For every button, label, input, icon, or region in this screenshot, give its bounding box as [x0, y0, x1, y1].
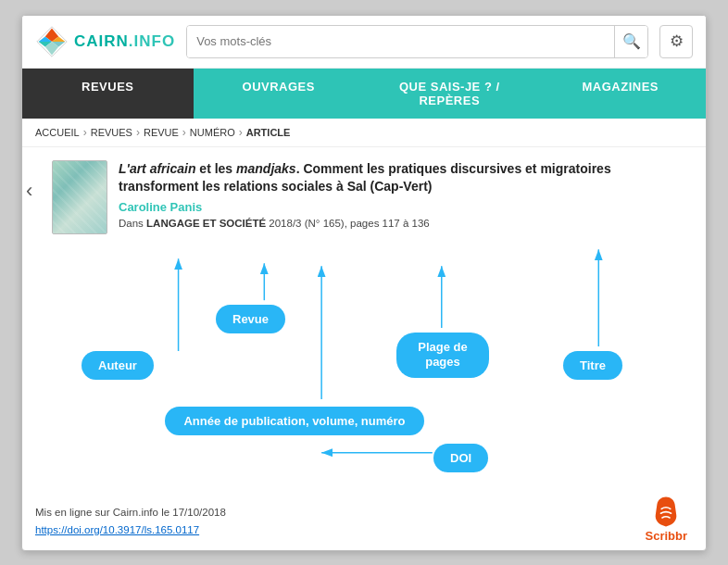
article-header: ‹ L'art africain et les mandjaks. Commen… — [35, 160, 693, 234]
breadcrumb-revue[interactable]: Revue — [144, 127, 179, 138]
breadcrumb-sep3: › — [182, 126, 186, 139]
breadcrumb-sep2: › — [136, 126, 140, 139]
journal-name[interactable]: Langage et Société — [146, 218, 266, 229]
nav-magazines[interactable]: Magazines — [535, 69, 707, 119]
breadcrumb-sep1: › — [83, 126, 87, 139]
annotation-titre[interactable]: Titre — [563, 351, 622, 380]
breadcrumb-revues[interactable]: Revues — [91, 127, 132, 138]
annotation-doi[interactable]: DOI — [433, 444, 488, 472]
search-input[interactable] — [187, 26, 614, 57]
search-bar: 🔍 — [186, 25, 648, 58]
logo-main: CAIRN — [74, 32, 129, 50]
logo-sub: .INFO — [129, 32, 175, 50]
annotation-plage[interactable]: Plage de pages — [396, 333, 489, 379]
year-volume: 2018/3 (N° 165) — [269, 218, 344, 229]
header: CAIRN.INFO 🔍 ⚙ — [22, 16, 706, 69]
breadcrumb-article: Article — [246, 127, 291, 138]
scribbr-logo: Scribbr — [645, 496, 687, 543]
logo-text: CAIRN.INFO — [74, 32, 175, 51]
article-source: Dans Langage et Société 2018/3 (N° 165),… — [119, 218, 693, 229]
online-date: Mis en ligne sur Cairn.info le 17/10/201… — [35, 507, 693, 518]
annotations-area: Auteur Revue Plage de pages Titre Année … — [35, 240, 693, 481]
nav-bar: Revues Ouvrages Que sais-je ? / Repères … — [22, 69, 706, 119]
pages: , pages 117 à 136 — [345, 218, 430, 229]
annotation-auteur[interactable]: Auteur — [82, 351, 154, 380]
settings-button[interactable]: ⚙ — [659, 25, 693, 58]
annotation-revue[interactable]: Revue — [216, 305, 285, 333]
prev-button[interactable]: ‹ — [26, 179, 32, 203]
bottom-section: Mis en ligne sur Cairn.info le 17/10/201… — [22, 499, 706, 550]
breadcrumb-accueil[interactable]: Accueil — [35, 127, 80, 138]
nav-quesaisje[interactable]: Que sais-je ? / Repères — [364, 69, 535, 119]
annotation-annee[interactable]: Année de publication, volume, numéro — [165, 407, 424, 435]
cairn-logo-icon — [35, 25, 69, 58]
breadcrumb-numero[interactable]: Numéro — [190, 127, 235, 138]
logo-area: CAIRN.INFO — [35, 25, 175, 58]
search-button[interactable]: 🔍 — [614, 25, 647, 58]
scribbr-icon — [649, 496, 683, 529]
article-info: L'art africain et les mandjaks. Comment … — [119, 160, 693, 234]
breadcrumb: Accueil › Revues › Revue › Numéro › Arti… — [22, 119, 706, 147]
content-area: ‹ L'art africain et les mandjaks. Commen… — [22, 147, 706, 499]
nav-ouvrages[interactable]: Ouvrages — [194, 69, 365, 119]
article-title: L'art africain et les mandjaks. Comment … — [119, 160, 693, 196]
doi-link[interactable]: https://doi.org/10.3917/ls.165.0117 — [35, 524, 199, 535]
source-prefix: Dans — [119, 218, 146, 229]
author-name[interactable]: Caroline Panis — [119, 200, 693, 214]
main-window: CAIRN.INFO 🔍 ⚙ Revues Ouvrages Que sais-… — [21, 15, 707, 551]
nav-revues[interactable]: Revues — [22, 69, 194, 119]
book-cover-image — [52, 160, 107, 234]
scribbr-label: Scribbr — [645, 529, 687, 543]
breadcrumb-sep4: › — [239, 126, 243, 139]
